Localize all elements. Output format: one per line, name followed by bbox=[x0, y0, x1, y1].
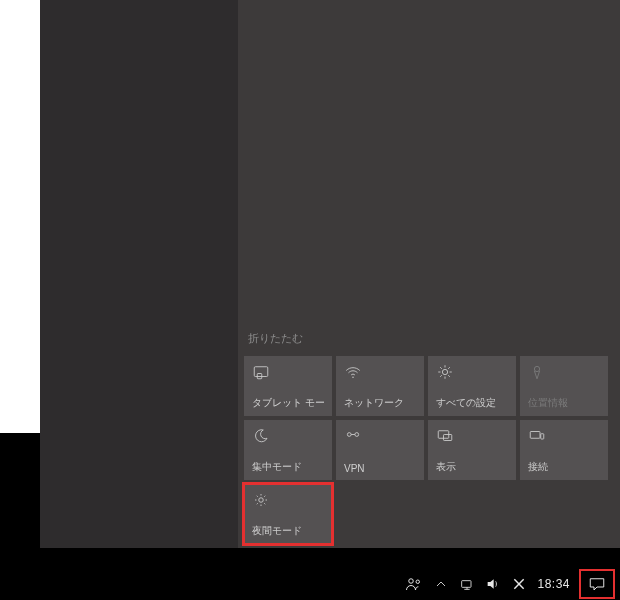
tile-label: 表示 bbox=[436, 460, 508, 474]
dark-overlay bbox=[40, 0, 238, 548]
close-icon[interactable] bbox=[511, 576, 527, 592]
tile-connect[interactable]: 接続 bbox=[520, 420, 608, 480]
project-icon bbox=[436, 427, 454, 445]
taskbar: 18:34 bbox=[0, 567, 620, 600]
svg-point-4 bbox=[534, 366, 539, 371]
svg-rect-8 bbox=[444, 435, 452, 441]
tile-label: タブレット モード bbox=[252, 396, 324, 410]
night-light-icon bbox=[252, 491, 270, 509]
people-icon[interactable] bbox=[405, 576, 423, 592]
tile-focus-assist[interactable]: 集中モード bbox=[244, 420, 332, 480]
tile-label: ネットワーク bbox=[344, 396, 416, 410]
tile-vpn[interactable]: VPN bbox=[336, 420, 424, 480]
moon-icon bbox=[252, 427, 270, 445]
volume-icon[interactable] bbox=[485, 576, 501, 592]
location-icon bbox=[528, 363, 546, 381]
action-center-panel: 折りたたむ タブレット モード ネットワーク すべての設定 bbox=[238, 0, 620, 548]
network-tray-icon[interactable] bbox=[459, 576, 475, 592]
svg-point-3 bbox=[442, 369, 447, 374]
svg-point-2 bbox=[352, 377, 354, 379]
svg-point-11 bbox=[259, 498, 264, 503]
tile-label: 夜間モード bbox=[252, 524, 324, 538]
tile-all-settings[interactable]: すべての設定 bbox=[428, 356, 516, 416]
tray-chevron-up-icon[interactable] bbox=[433, 576, 449, 592]
tile-label: VPN bbox=[344, 463, 416, 474]
tile-label: 接続 bbox=[528, 460, 600, 474]
tile-tablet-mode[interactable]: タブレット モード bbox=[244, 356, 332, 416]
tablet-icon bbox=[252, 363, 270, 381]
svg-point-13 bbox=[416, 580, 419, 583]
svg-point-6 bbox=[355, 433, 359, 437]
tile-location[interactable]: 位置情報 bbox=[520, 356, 608, 416]
wifi-icon bbox=[344, 363, 362, 381]
tile-network[interactable]: ネットワーク bbox=[336, 356, 424, 416]
svg-point-12 bbox=[409, 578, 414, 583]
svg-rect-10 bbox=[541, 434, 544, 439]
svg-rect-14 bbox=[462, 580, 471, 587]
collapse-link[interactable]: 折りたたむ bbox=[248, 331, 620, 346]
svg-rect-0 bbox=[254, 367, 268, 377]
svg-point-5 bbox=[347, 433, 351, 437]
tile-label: 集中モード bbox=[252, 460, 324, 474]
svg-rect-9 bbox=[530, 432, 540, 439]
tile-label: すべての設定 bbox=[436, 396, 508, 410]
action-center-button[interactable] bbox=[580, 570, 614, 598]
taskbar-clock[interactable]: 18:34 bbox=[537, 577, 570, 591]
tile-label: 位置情報 bbox=[528, 396, 600, 410]
background-window bbox=[0, 0, 40, 433]
vpn-icon bbox=[344, 427, 362, 445]
tile-project[interactable]: 表示 bbox=[428, 420, 516, 480]
quick-action-tiles: タブレット モード ネットワーク すべての設定 位置情報 bbox=[244, 356, 620, 544]
connect-icon bbox=[528, 427, 546, 445]
tile-night-light[interactable]: 夜間モード bbox=[244, 484, 332, 544]
gear-icon bbox=[436, 363, 454, 381]
